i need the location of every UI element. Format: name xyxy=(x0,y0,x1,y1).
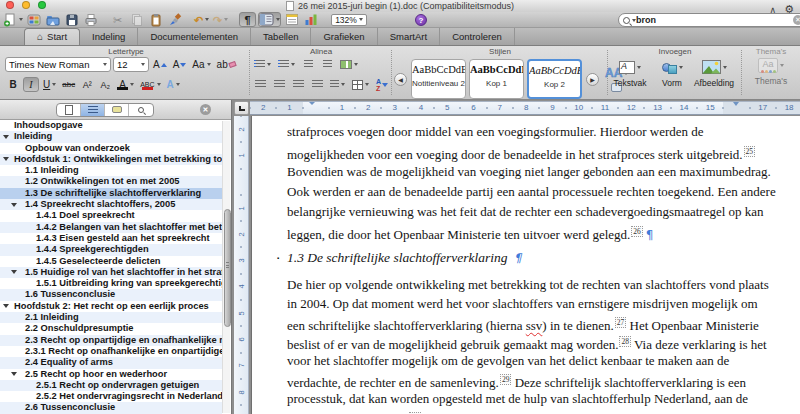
right-indent-marker[interactable] xyxy=(733,105,739,115)
line-spacing-button[interactable] xyxy=(328,77,347,92)
zoom-control[interactable]: 132% xyxy=(331,14,367,26)
tab-start[interactable]: ⌂Start xyxy=(24,28,80,45)
styles-scroll-left-button[interactable]: ◀ xyxy=(394,73,407,86)
font-name-select[interactable]: Times New Roman xyxy=(5,57,111,72)
insert-vorm-button[interactable]: Vorm xyxy=(652,58,692,88)
toc-item[interactable]: 1.6 Tussenconclusie xyxy=(0,289,222,300)
disclosure-triangle-icon[interactable] xyxy=(11,372,17,376)
footnote-reference[interactable]: 28 xyxy=(619,336,631,347)
document-map-segment[interactable] xyxy=(81,104,105,116)
document-page[interactable]: strafproces voegen door middel van een v… xyxy=(251,116,800,414)
footnote-reference[interactable]: 27 xyxy=(615,317,627,328)
disclosure-triangle-icon[interactable] xyxy=(3,304,9,308)
insert-dropdown-icon[interactable] xyxy=(723,66,727,69)
insert-dropdown-icon[interactable] xyxy=(679,66,683,69)
search-input[interactable] xyxy=(636,15,793,25)
print-button[interactable] xyxy=(82,12,99,27)
tab-stop-selector[interactable] xyxy=(234,101,249,115)
toc-item[interactable]: Hoofdstuk 2: Het recht op een eerlijk pr… xyxy=(0,301,222,312)
superscript-button[interactable]: A² xyxy=(79,77,95,92)
clear-formatting-button[interactable]: ab xyxy=(215,57,238,72)
underline-button[interactable]: U xyxy=(41,77,58,92)
style-card-kop-1[interactable]: AaBbCcDdIKop 1 xyxy=(469,59,524,99)
bold-button[interactable]: B xyxy=(5,77,21,92)
align-center-button[interactable] xyxy=(271,77,287,92)
text-glow-button[interactable]: A xyxy=(165,77,182,92)
sidebar-scrollbar-thumb[interactable] xyxy=(224,209,231,327)
toc-item[interactable]: 1.4.5 Geselecteerde delicten xyxy=(0,256,222,267)
style-card-notitieniveau-2[interactable]: AaBbCcDdENotitieniveau 2 xyxy=(411,59,466,99)
format-painter-button[interactable] xyxy=(166,12,183,27)
cut-button[interactable]: ✂ xyxy=(109,12,126,27)
toc-item[interactable]: 2.1 Inleiding xyxy=(0,312,222,323)
disclosure-triangle-icon[interactable] xyxy=(11,203,17,207)
toc-item[interactable]: 2.5.2 Het ondervragingsrecht in Nederlan… xyxy=(0,391,222,402)
toc-item[interactable]: Inhoudsopgave xyxy=(0,120,222,131)
strikethrough-button[interactable]: abc xyxy=(60,77,77,92)
disclosure-triangle-icon[interactable] xyxy=(11,270,17,274)
align-left-button[interactable] xyxy=(252,77,268,92)
notebook-view-button[interactable] xyxy=(283,12,300,27)
tab-documentelementen[interactable]: Documentelementen xyxy=(138,28,251,45)
toc-item[interactable]: 2.6 Tussenconclusie xyxy=(0,402,222,413)
justify-button[interactable] xyxy=(309,77,325,92)
toc-item[interactable]: 2.2 Onschuldpresumptie xyxy=(0,323,222,334)
font-name-dropdown-icon[interactable] xyxy=(103,63,107,66)
open-button[interactable] xyxy=(44,12,61,27)
insert-dropdown-icon[interactable] xyxy=(637,66,641,69)
toc-item[interactable]: Inleiding xyxy=(0,131,222,142)
grow-font-button[interactable]: A xyxy=(151,57,169,72)
sort-button[interactable]: AZ xyxy=(374,77,390,92)
footnote-reference[interactable]: 25 xyxy=(744,146,756,157)
share-button[interactable] xyxy=(302,12,319,27)
toc-item[interactable]: 1.4 Spreekrecht slachtoffers, 2005 xyxy=(0,199,222,210)
italic-button[interactable]: I xyxy=(23,77,39,92)
help-button[interactable]: ? xyxy=(415,14,427,26)
toc-item[interactable]: 1.2 Ontwikkelingen tot en met 2005 xyxy=(0,176,222,187)
toc-item[interactable]: 1.4.4 Spreekgerechtigden xyxy=(0,244,222,255)
tab-grafieken[interactable]: Grafieken xyxy=(311,28,377,45)
redo-button[interactable]: ↷ xyxy=(212,12,229,27)
sidebar-toggle-button[interactable] xyxy=(258,12,281,27)
tab-tabellen[interactable]: Tabellen xyxy=(251,28,311,45)
insert-afbeelding-button[interactable]: Afbeelding xyxy=(694,58,734,88)
zoom-dropdown-icon[interactable] xyxy=(359,18,363,21)
align-right-button[interactable] xyxy=(290,77,306,92)
style-card-kop-2[interactable]: AaBbCcDdEeKop 2 xyxy=(527,59,582,99)
toc-item[interactable]: 2.5.1 Recht op ondervragen getuigen xyxy=(0,380,222,391)
footnote-reference[interactable]: 26 xyxy=(631,226,643,237)
thumbnail-view-segment[interactable] xyxy=(57,104,81,116)
disclosure-triangle-icon[interactable] xyxy=(3,135,9,139)
elements-gallery-button[interactable] xyxy=(25,12,42,27)
tab-controleren[interactable]: Controleren xyxy=(440,28,515,45)
collapse-ribbon-button[interactable]: ∧ xyxy=(770,5,777,15)
insert-tekstvak-button[interactable]: ATekstvak xyxy=(610,58,650,88)
styles-scroll-right-button[interactable]: ▶ xyxy=(586,73,599,86)
subscript-button[interactable]: A₂ xyxy=(97,77,113,92)
paste-button[interactable] xyxy=(147,12,164,27)
comments-view-segment[interactable] xyxy=(105,104,129,116)
change-case-button[interactable]: Aa xyxy=(190,57,212,72)
toc-item[interactable]: 2.5 Recht op hoor en wederhoor xyxy=(0,369,222,380)
tab-smartart[interactable]: SmartArt xyxy=(378,28,440,45)
text-glow-dropdown-icon[interactable] xyxy=(176,83,180,86)
toc-item[interactable]: 1.4.3 Eisen gesteld aan het spreekrecht xyxy=(0,233,222,244)
font-color-dropdown-icon[interactable] xyxy=(130,83,134,86)
toc-item[interactable]: 1.4.1 Doel spreekrecht xyxy=(0,210,222,221)
font-color-button[interactable]: A xyxy=(115,77,136,92)
shrink-font-button[interactable]: A xyxy=(171,57,189,72)
toc-item[interactable]: Hoofdstuk 1: Ontwikkelingen met betrekki… xyxy=(0,154,222,165)
save-button[interactable] xyxy=(63,12,80,27)
undo-button[interactable]: ↶ xyxy=(193,12,210,27)
font-size-dropdown-icon[interactable] xyxy=(141,63,145,66)
toc-item[interactable]: 2.3 Recht op onpartijdige en onafhankeli… xyxy=(0,335,222,346)
redo-dropdown-icon[interactable] xyxy=(224,18,228,21)
first-line-indent-marker[interactable] xyxy=(308,104,324,115)
new-document-dropdown-icon[interactable] xyxy=(19,18,23,21)
undo-dropdown-icon[interactable] xyxy=(205,18,209,21)
toc-item[interactable]: 2.4 Equality of arms xyxy=(0,357,222,368)
themes-button[interactable]: Aa xyxy=(758,58,784,73)
toc-item[interactable]: 1.3 De schriftelijke slachtofferverklari… xyxy=(0,188,222,199)
toc-item[interactable]: Opbouw van onderzoek xyxy=(0,143,222,154)
toc-item[interactable]: 1.5.1 Uitbreiding kring van spreekgerech… xyxy=(0,278,222,289)
